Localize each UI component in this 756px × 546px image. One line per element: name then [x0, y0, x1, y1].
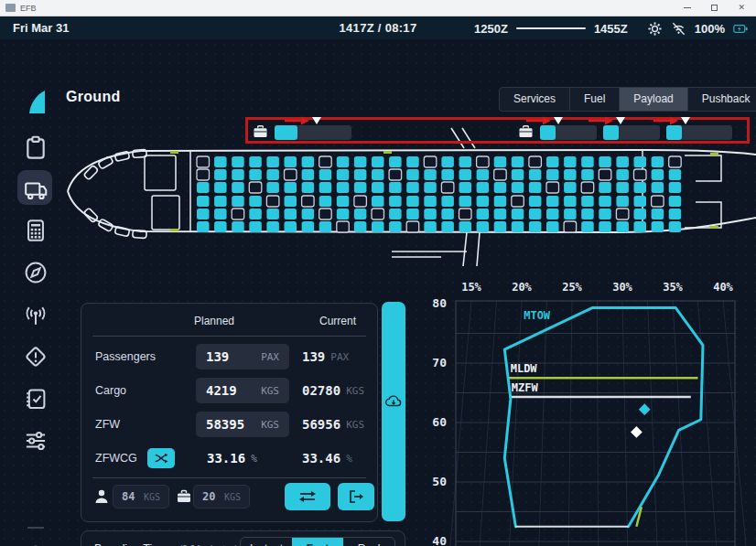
seat[interactable]	[249, 156, 262, 167]
seat[interactable]	[652, 182, 664, 193]
seat[interactable]	[389, 209, 402, 219]
seat[interactable]	[581, 169, 594, 180]
seat[interactable]	[214, 156, 227, 167]
seat[interactable]	[285, 156, 297, 167]
seat[interactable]	[424, 221, 437, 232]
seat[interactable]	[441, 221, 454, 232]
wifi-off-icon[interactable]	[671, 21, 686, 37]
seat[interactable]	[477, 209, 490, 219]
seat[interactable]	[424, 196, 437, 207]
seat[interactable]	[512, 209, 524, 219]
seat[interactable]	[494, 156, 507, 167]
seat[interactable]	[302, 156, 315, 167]
seat[interactable]	[354, 182, 367, 193]
seat[interactable]	[249, 209, 262, 219]
seat[interactable]	[197, 182, 210, 193]
seat[interactable]	[581, 182, 594, 193]
randomize-cg-button[interactable]	[147, 448, 175, 468]
seat[interactable]	[494, 196, 507, 207]
close-button[interactable]: ✕	[738, 4, 745, 12]
maximize-button[interactable]	[711, 5, 718, 11]
seat[interactable]	[441, 196, 454, 207]
seat[interactable]	[337, 209, 350, 219]
sidebar-item-comms[interactable]	[24, 303, 48, 327]
seat[interactable]	[406, 209, 419, 219]
seat[interactable]	[389, 196, 402, 207]
seat[interactable]	[424, 156, 437, 167]
seat[interactable]	[266, 221, 279, 232]
cargo-load-bar[interactable]	[603, 125, 660, 140]
seat[interactable]	[477, 221, 490, 232]
seat[interactable]	[266, 196, 279, 207]
seat[interactable]	[494, 182, 507, 193]
seat[interactable]	[441, 169, 454, 180]
seat[interactable]	[529, 209, 542, 219]
seat[interactable]	[424, 169, 437, 180]
seat[interactable]	[302, 196, 315, 207]
settings-icon[interactable]	[647, 21, 663, 37]
seat[interactable]	[616, 196, 629, 207]
seat[interactable]	[529, 169, 542, 180]
seat[interactable]	[424, 182, 437, 193]
seat[interactable]	[266, 182, 279, 193]
seat[interactable]	[652, 196, 664, 207]
boarding-option-real[interactable]: Real	[343, 538, 394, 546]
seat[interactable]	[546, 221, 559, 232]
seat[interactable]	[652, 221, 664, 232]
seat[interactable]	[616, 182, 629, 193]
seat[interactable]	[389, 221, 402, 232]
seat[interactable]	[319, 209, 332, 219]
seat[interactable]	[564, 182, 577, 193]
minimize-button[interactable]	[684, 7, 691, 8]
seat[interactable]	[546, 209, 559, 219]
seat[interactable]	[581, 156, 594, 167]
seat[interactable]	[669, 182, 682, 193]
seat[interactable]	[512, 169, 524, 180]
boarding-option-instant[interactable]: Instant	[241, 538, 292, 546]
seat[interactable]	[214, 196, 227, 207]
seat[interactable]	[512, 156, 524, 167]
seat[interactable]	[581, 196, 594, 207]
seat[interactable]	[232, 182, 244, 193]
seat[interactable]	[372, 196, 384, 207]
seat[interactable]	[389, 182, 402, 193]
seat[interactable]	[616, 209, 629, 219]
seat[interactable]	[389, 156, 402, 167]
seat[interactable]	[459, 196, 472, 207]
transfer-payload-button[interactable]	[285, 483, 330, 510]
seat[interactable]	[337, 169, 350, 180]
seat[interactable]	[669, 156, 682, 167]
seat[interactable]	[354, 156, 367, 167]
seat[interactable]	[599, 182, 611, 193]
seat[interactable]	[232, 209, 244, 219]
seat[interactable]	[599, 196, 611, 207]
passengers-planned-input[interactable]: 139 PAX	[196, 344, 289, 369]
seat[interactable]	[214, 182, 227, 193]
seat[interactable]	[372, 209, 384, 219]
seat[interactable]	[512, 182, 524, 193]
seat[interactable]	[249, 182, 262, 193]
cargo-load-bar[interactable]	[666, 125, 732, 140]
seat[interactable]	[599, 221, 611, 232]
seat[interactable]	[197, 196, 210, 207]
seat[interactable]	[441, 156, 454, 167]
sidebar-item-checklist-clipboard[interactable]	[24, 135, 48, 159]
seat[interactable]	[634, 182, 647, 193]
tab-services[interactable]: Services	[500, 88, 570, 111]
seat[interactable]	[546, 182, 559, 193]
seat[interactable]	[372, 156, 384, 167]
seat[interactable]	[546, 196, 559, 207]
cargo-planned-input[interactable]: 4219 KGS	[196, 378, 289, 403]
seat[interactable]	[354, 221, 367, 232]
seat[interactable]	[285, 221, 297, 232]
seat[interactable]	[372, 221, 384, 232]
sidebar-item-performance[interactable]	[24, 219, 48, 242]
tab-fuel[interactable]: Fuel	[570, 88, 620, 111]
seat[interactable]	[232, 156, 244, 167]
seat[interactable]	[477, 196, 490, 207]
seat[interactable]	[285, 209, 297, 219]
seat[interactable]	[266, 209, 279, 219]
seat[interactable]	[354, 209, 367, 219]
tab-payload[interactable]: Payload	[620, 88, 687, 111]
seat[interactable]	[285, 169, 297, 180]
